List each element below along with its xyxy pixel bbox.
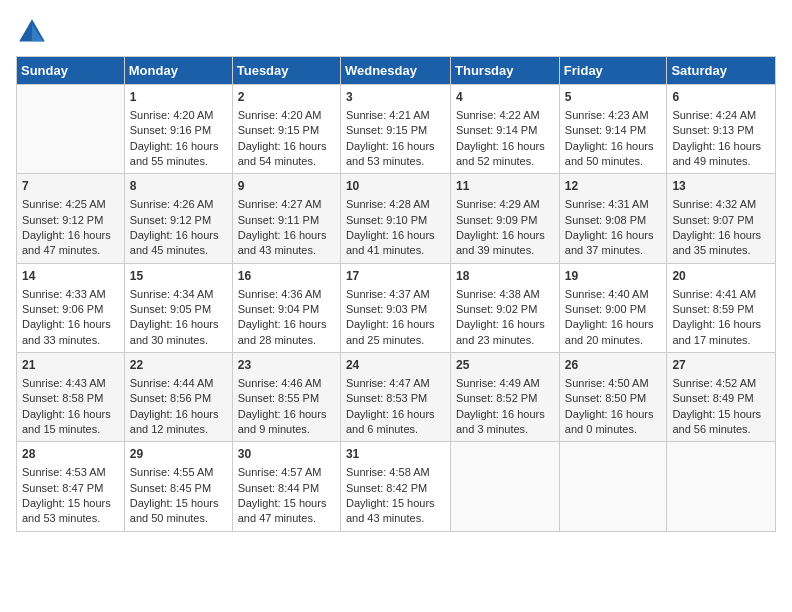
day-number: 28 bbox=[22, 446, 119, 463]
header-day: Tuesday bbox=[232, 57, 340, 85]
cell-text: Sunset: 9:12 PM bbox=[130, 213, 227, 228]
header-day: Sunday bbox=[17, 57, 125, 85]
cell-text: Sunset: 9:16 PM bbox=[130, 123, 227, 138]
calendar-cell bbox=[17, 85, 125, 174]
cell-text: Sunrise: 4:20 AM bbox=[130, 108, 227, 123]
day-number: 13 bbox=[672, 178, 770, 195]
cell-text: Sunset: 9:07 PM bbox=[672, 213, 770, 228]
calendar-cell bbox=[559, 442, 667, 531]
cell-text: Daylight: 16 hours bbox=[130, 317, 227, 332]
day-number: 14 bbox=[22, 268, 119, 285]
cell-text: Sunrise: 4:34 AM bbox=[130, 287, 227, 302]
cell-text: Daylight: 16 hours bbox=[456, 407, 554, 422]
cell-text: Sunset: 8:55 PM bbox=[238, 391, 335, 406]
cell-text: Daylight: 16 hours bbox=[346, 139, 445, 154]
cell-text: Sunset: 8:49 PM bbox=[672, 391, 770, 406]
cell-text: Sunset: 8:45 PM bbox=[130, 481, 227, 496]
cell-text: Daylight: 16 hours bbox=[672, 317, 770, 332]
cell-text: Daylight: 16 hours bbox=[456, 139, 554, 154]
day-number: 24 bbox=[346, 357, 445, 374]
cell-text: Sunset: 9:13 PM bbox=[672, 123, 770, 138]
cell-text: Daylight: 16 hours bbox=[238, 139, 335, 154]
calendar-cell: 11Sunrise: 4:29 AMSunset: 9:09 PMDayligh… bbox=[451, 174, 560, 263]
cell-text: Sunset: 9:15 PM bbox=[346, 123, 445, 138]
cell-text: Daylight: 16 hours bbox=[672, 228, 770, 243]
cell-text: Sunrise: 4:43 AM bbox=[22, 376, 119, 391]
logo-icon bbox=[16, 16, 48, 48]
cell-text: Sunrise: 4:31 AM bbox=[565, 197, 662, 212]
cell-text: Sunrise: 4:36 AM bbox=[238, 287, 335, 302]
header bbox=[16, 16, 776, 48]
day-number: 16 bbox=[238, 268, 335, 285]
day-number: 27 bbox=[672, 357, 770, 374]
day-number: 11 bbox=[456, 178, 554, 195]
calendar-week-row: 1Sunrise: 4:20 AMSunset: 9:16 PMDaylight… bbox=[17, 85, 776, 174]
cell-text: and 54 minutes. bbox=[238, 154, 335, 169]
cell-text: Daylight: 16 hours bbox=[346, 317, 445, 332]
day-number: 21 bbox=[22, 357, 119, 374]
cell-text: Sunrise: 4:47 AM bbox=[346, 376, 445, 391]
calendar-cell: 27Sunrise: 4:52 AMSunset: 8:49 PMDayligh… bbox=[667, 353, 776, 442]
calendar-cell: 14Sunrise: 4:33 AMSunset: 9:06 PMDayligh… bbox=[17, 263, 125, 352]
header-day: Friday bbox=[559, 57, 667, 85]
cell-text: Daylight: 16 hours bbox=[238, 407, 335, 422]
cell-text: Daylight: 16 hours bbox=[456, 228, 554, 243]
calendar-cell: 8Sunrise: 4:26 AMSunset: 9:12 PMDaylight… bbox=[124, 174, 232, 263]
cell-text: Daylight: 15 hours bbox=[238, 496, 335, 511]
cell-text: Sunset: 9:15 PM bbox=[238, 123, 335, 138]
cell-text: and 17 minutes. bbox=[672, 333, 770, 348]
cell-text: Sunset: 9:12 PM bbox=[22, 213, 119, 228]
cell-text: Sunset: 9:04 PM bbox=[238, 302, 335, 317]
cell-text: Sunrise: 4:50 AM bbox=[565, 376, 662, 391]
cell-text: and 9 minutes. bbox=[238, 422, 335, 437]
cell-text: Sunset: 9:11 PM bbox=[238, 213, 335, 228]
cell-text: Sunrise: 4:26 AM bbox=[130, 197, 227, 212]
cell-text: Sunrise: 4:41 AM bbox=[672, 287, 770, 302]
cell-text: and 3 minutes. bbox=[456, 422, 554, 437]
cell-text: Sunset: 9:03 PM bbox=[346, 302, 445, 317]
day-number: 29 bbox=[130, 446, 227, 463]
calendar-cell bbox=[451, 442, 560, 531]
cell-text: Sunset: 9:10 PM bbox=[346, 213, 445, 228]
cell-text: Sunrise: 4:33 AM bbox=[22, 287, 119, 302]
cell-text: Sunrise: 4:27 AM bbox=[238, 197, 335, 212]
day-number: 20 bbox=[672, 268, 770, 285]
day-number: 10 bbox=[346, 178, 445, 195]
cell-text: Daylight: 16 hours bbox=[22, 228, 119, 243]
cell-text: Sunset: 9:09 PM bbox=[456, 213, 554, 228]
calendar-cell: 5Sunrise: 4:23 AMSunset: 9:14 PMDaylight… bbox=[559, 85, 667, 174]
day-number: 7 bbox=[22, 178, 119, 195]
cell-text: Daylight: 16 hours bbox=[565, 317, 662, 332]
calendar-cell: 18Sunrise: 4:38 AMSunset: 9:02 PMDayligh… bbox=[451, 263, 560, 352]
calendar-cell: 29Sunrise: 4:55 AMSunset: 8:45 PMDayligh… bbox=[124, 442, 232, 531]
cell-text: Daylight: 16 hours bbox=[565, 407, 662, 422]
cell-text: and 50 minutes. bbox=[130, 511, 227, 526]
cell-text: Sunset: 9:05 PM bbox=[130, 302, 227, 317]
cell-text: Sunrise: 4:44 AM bbox=[130, 376, 227, 391]
calendar-cell: 12Sunrise: 4:31 AMSunset: 9:08 PMDayligh… bbox=[559, 174, 667, 263]
cell-text: Sunset: 8:58 PM bbox=[22, 391, 119, 406]
cell-text: and 25 minutes. bbox=[346, 333, 445, 348]
cell-text: and 52 minutes. bbox=[456, 154, 554, 169]
cell-text: Sunrise: 4:37 AM bbox=[346, 287, 445, 302]
day-number: 1 bbox=[130, 89, 227, 106]
cell-text: Sunset: 8:52 PM bbox=[456, 391, 554, 406]
cell-text: and 53 minutes. bbox=[22, 511, 119, 526]
cell-text: and 47 minutes. bbox=[238, 511, 335, 526]
calendar-cell: 2Sunrise: 4:20 AMSunset: 9:15 PMDaylight… bbox=[232, 85, 340, 174]
day-number: 3 bbox=[346, 89, 445, 106]
cell-text: Daylight: 15 hours bbox=[346, 496, 445, 511]
calendar-cell: 31Sunrise: 4:58 AMSunset: 8:42 PMDayligh… bbox=[340, 442, 450, 531]
cell-text: Sunset: 8:47 PM bbox=[22, 481, 119, 496]
calendar-cell: 15Sunrise: 4:34 AMSunset: 9:05 PMDayligh… bbox=[124, 263, 232, 352]
day-number: 12 bbox=[565, 178, 662, 195]
header-day: Thursday bbox=[451, 57, 560, 85]
cell-text: Daylight: 16 hours bbox=[238, 317, 335, 332]
day-number: 17 bbox=[346, 268, 445, 285]
cell-text: and 50 minutes. bbox=[565, 154, 662, 169]
cell-text: and 45 minutes. bbox=[130, 243, 227, 258]
cell-text: Sunrise: 4:32 AM bbox=[672, 197, 770, 212]
cell-text: Sunset: 9:08 PM bbox=[565, 213, 662, 228]
day-number: 30 bbox=[238, 446, 335, 463]
calendar-week-row: 21Sunrise: 4:43 AMSunset: 8:58 PMDayligh… bbox=[17, 353, 776, 442]
